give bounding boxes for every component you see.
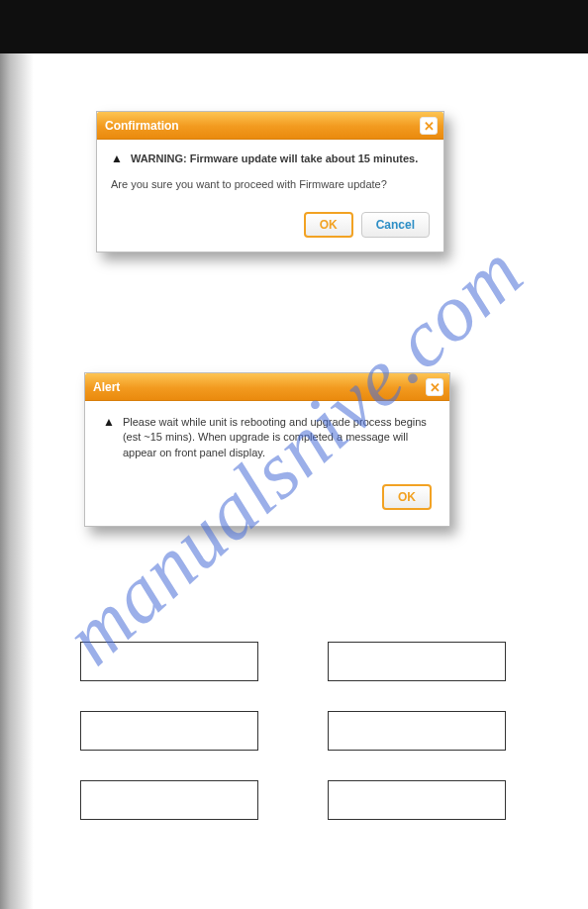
ok-button[interactable]: OK: [382, 484, 432, 510]
box-row: [80, 711, 506, 751]
confirmation-dialog: Confirmation ✕ ▲ WARNING: Firmware updat…: [96, 111, 444, 252]
top-bar: [0, 0, 588, 53]
dialog-title: Alert: [93, 380, 120, 394]
button-row: OK Cancel: [111, 208, 430, 242]
ok-button[interactable]: OK: [304, 212, 353, 238]
box-row: [80, 780, 506, 820]
alert-text: Please wait while unit is rebooting and …: [123, 415, 432, 460]
dialog-body: ▲ Please wait while unit is rebooting an…: [85, 401, 449, 526]
button-row: OK: [103, 480, 432, 514]
dialog-title: Confirmation: [105, 119, 179, 133]
dialog-body: ▲ WARNING: Firmware update will take abo…: [97, 140, 443, 252]
empty-box: [80, 642, 258, 681]
alert-dialog: Alert ✕ ▲ Please wait while unit is rebo…: [84, 372, 450, 527]
close-icon[interactable]: ✕: [420, 117, 438, 135]
box-row: [80, 642, 506, 681]
dialog-titlebar: Alert ✕: [85, 373, 449, 401]
warning-row: ▲ WARNING: Firmware update will take abo…: [111, 152, 430, 166]
warning-icon: ▲: [111, 152, 123, 165]
warning-text: WARNING: Firmware update will take about…: [131, 152, 418, 166]
confirm-question: Are you sure you want to proceed with Fi…: [111, 178, 430, 190]
empty-box: [80, 711, 258, 751]
empty-box: [80, 780, 258, 820]
warning-row: ▲ Please wait while unit is rebooting an…: [103, 415, 432, 460]
empty-box: [328, 780, 506, 820]
empty-box: [328, 711, 506, 751]
close-icon[interactable]: ✕: [426, 378, 443, 396]
empty-box: [328, 642, 506, 681]
empty-boxes-grid: [80, 642, 506, 850]
page-gutter: [0, 53, 34, 909]
dialog-titlebar: Confirmation ✕: [97, 112, 443, 140]
warning-icon: ▲: [103, 415, 115, 429]
cancel-button[interactable]: Cancel: [361, 212, 430, 238]
